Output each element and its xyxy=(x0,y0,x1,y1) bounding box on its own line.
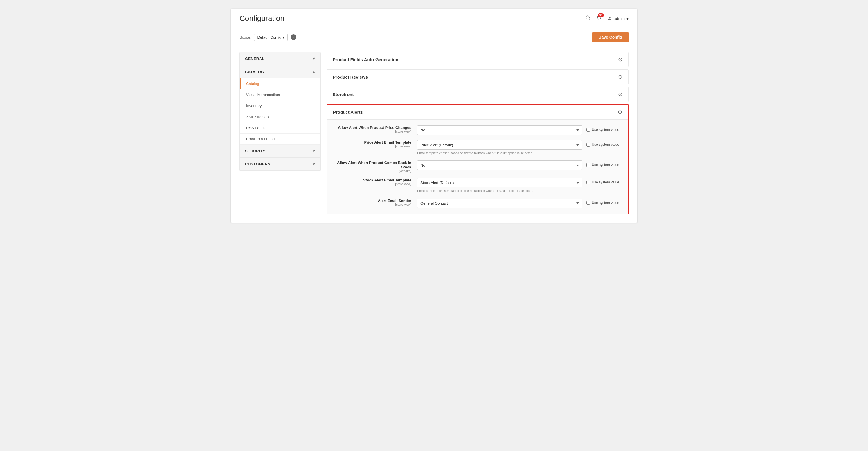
sidebar-section-security-label: SECURITY xyxy=(245,149,265,153)
section-product-alerts-header[interactable]: Product Alerts ⊙ xyxy=(327,105,628,119)
section-product-reviews: Product Reviews ⊙ xyxy=(327,69,628,85)
form-row-stock-template: Stock Alert Email Template [store view] … xyxy=(336,178,619,193)
select-wrapper-email-sender: General Contact xyxy=(417,198,582,208)
form-label-group-price-changes: Allow Alert When Product Price Changes [… xyxy=(336,125,411,133)
content-area: Product Fields Auto-Generation ⊙ Product… xyxy=(327,52,628,217)
save-config-button[interactable]: Save Config xyxy=(592,32,628,42)
notification-count: 30 xyxy=(598,13,604,17)
label-email-sender: Alert Email Sender xyxy=(336,198,411,203)
select-wrapper-back-in-stock: No Yes xyxy=(417,160,582,170)
section-product-fields-toggle-icon[interactable]: ⊙ xyxy=(618,56,622,63)
sidebar-section-customers-label: CUSTOMERS xyxy=(245,162,270,166)
select-stock-template[interactable]: Stock Alert (Default) xyxy=(417,178,582,188)
use-system-value-price-template[interactable]: Use system value xyxy=(586,142,619,147)
sidebar-item-catalog[interactable]: Catalog xyxy=(240,78,320,89)
scope-chevron-icon: ▾ xyxy=(282,35,284,39)
sidebar-catalog-chevron-icon: ∧ xyxy=(312,69,315,74)
scope-bar: Scope: Default Config ▾ ? Save Config xyxy=(231,28,637,46)
form-label-group-stock-template: Stock Alert Email Template [store view] xyxy=(336,178,411,186)
label-stock-template-sub: [store view] xyxy=(336,182,411,186)
checkbox-system-value-price-changes[interactable] xyxy=(586,128,590,132)
checkbox-system-value-back-in-stock[interactable] xyxy=(586,163,590,167)
admin-username: admin xyxy=(614,16,625,21)
section-storefront: Storefront ⊙ xyxy=(327,87,628,102)
section-storefront-title: Storefront xyxy=(333,92,354,97)
page-header: Configuration 30 admin ▾ xyxy=(231,9,637,28)
form-row-back-in-stock: Allow Alert When Product Comes Back in S… xyxy=(336,160,619,173)
sidebar-item-inventory[interactable]: Inventory xyxy=(240,100,320,111)
select-wrapper-price-template: Price Alert (Default) Email template cho… xyxy=(417,140,582,155)
sidebar-section-catalog-label: CATALOG xyxy=(245,70,264,74)
use-system-value-stock-template[interactable]: Use system value xyxy=(586,180,619,184)
control-group-stock-template: Stock Alert (Default) Email template cho… xyxy=(417,178,619,193)
section-product-reviews-title: Product Reviews xyxy=(333,74,368,79)
svg-point-0 xyxy=(586,16,589,19)
scope-label: Scope: xyxy=(240,35,251,39)
sidebar-item-visual-merchandiser[interactable]: Visual Merchandiser xyxy=(240,89,320,100)
control-group-price-changes: No Yes Use system value xyxy=(417,125,619,135)
section-storefront-toggle-icon[interactable]: ⊙ xyxy=(618,91,622,98)
label-price-changes-sub: [store view] xyxy=(336,130,411,133)
sidebar-section-catalog[interactable]: CATALOG ∧ xyxy=(240,65,320,78)
search-icon[interactable] xyxy=(585,15,590,22)
form-label-group-email-sender: Alert Email Sender [store view] xyxy=(336,198,411,206)
section-product-fields: Product Fields Auto-Generation ⊙ xyxy=(327,52,628,67)
sidebar-item-xml-sitemap[interactable]: XML Sitemap xyxy=(240,111,320,123)
sidebar-customers-chevron-icon: ∨ xyxy=(312,162,315,166)
checkbox-system-value-email-sender[interactable] xyxy=(586,201,590,204)
hint-stock-template: Email template chosen based on theme fal… xyxy=(417,189,582,193)
form-row-price-changes: Allow Alert When Product Price Changes [… xyxy=(336,125,619,135)
sidebar: GENERAL ∨ CATALOG ∧ Catalog Visual Merch… xyxy=(240,52,321,171)
form-row-price-template: Price Alert Email Template [store view] … xyxy=(336,140,619,155)
sidebar-item-email-to-friend[interactable]: Email to a Friend xyxy=(240,133,320,144)
select-price-changes[interactable]: No Yes xyxy=(417,125,582,135)
svg-point-1 xyxy=(609,17,610,18)
section-product-fields-title: Product Fields Auto-Generation xyxy=(333,57,398,62)
label-back-in-stock-sub: [website] xyxy=(336,169,411,173)
label-stock-template: Stock Alert Email Template xyxy=(336,178,411,182)
sidebar-section-customers[interactable]: CUSTOMERS ∨ xyxy=(240,158,320,171)
help-icon[interactable]: ? xyxy=(290,34,297,40)
section-storefront-header[interactable]: Storefront ⊙ xyxy=(327,87,628,102)
use-system-value-back-in-stock[interactable]: Use system value xyxy=(586,163,619,167)
form-label-group-price-template: Price Alert Email Template [store view] xyxy=(336,140,411,148)
checkbox-system-value-stock-template[interactable] xyxy=(586,181,590,184)
label-back-in-stock: Allow Alert When Product Comes Back in S… xyxy=(336,160,411,169)
sidebar-section-security[interactable]: SECURITY ∨ xyxy=(240,144,320,158)
hint-price-template: Email template chosen based on theme fal… xyxy=(417,151,582,155)
section-product-fields-header[interactable]: Product Fields Auto-Generation ⊙ xyxy=(327,52,628,67)
select-email-sender[interactable]: General Contact xyxy=(417,198,582,208)
form-label-group-back-in-stock: Allow Alert When Product Comes Back in S… xyxy=(336,160,411,173)
scope-left: Scope: Default Config ▾ ? xyxy=(240,34,297,41)
form-row-email-sender: Alert Email Sender [store view] General … xyxy=(336,198,619,208)
scope-dropdown[interactable]: Default Config ▾ xyxy=(254,34,287,41)
section-product-alerts-toggle-icon[interactable]: ⊙ xyxy=(618,109,622,115)
sidebar-section-general[interactable]: GENERAL ∨ xyxy=(240,52,320,65)
scope-value: Default Config xyxy=(257,35,281,39)
section-product-reviews-header[interactable]: Product Reviews ⊙ xyxy=(327,70,628,84)
header-actions: 30 admin ▾ xyxy=(585,15,628,22)
control-group-back-in-stock: No Yes Use system value xyxy=(417,160,619,170)
label-price-changes: Allow Alert When Product Price Changes xyxy=(336,125,411,130)
sidebar-item-rss-feeds[interactable]: RSS Feeds xyxy=(240,123,320,133)
select-wrapper-price-changes: No Yes xyxy=(417,125,582,135)
section-product-alerts-body: Allow Alert When Product Price Changes [… xyxy=(327,119,628,214)
section-product-alerts-title: Product Alerts xyxy=(333,110,363,115)
admin-user-menu[interactable]: admin ▾ xyxy=(607,16,628,21)
notification-bell[interactable]: 30 xyxy=(596,15,601,22)
select-wrapper-stock-template: Stock Alert (Default) Email template cho… xyxy=(417,178,582,193)
control-group-email-sender: General Contact Use system value xyxy=(417,198,619,208)
section-product-reviews-toggle-icon[interactable]: ⊙ xyxy=(618,74,622,80)
label-price-template: Price Alert Email Template xyxy=(336,140,411,144)
sidebar-catalog-items: Catalog Visual Merchandiser Inventory XM… xyxy=(240,78,320,144)
admin-chevron-icon: ▾ xyxy=(626,16,628,21)
use-system-value-price-changes[interactable]: Use system value xyxy=(586,128,619,132)
select-price-template[interactable]: Price Alert (Default) xyxy=(417,140,582,150)
select-back-in-stock[interactable]: No Yes xyxy=(417,160,582,170)
control-group-price-template: Price Alert (Default) Email template cho… xyxy=(417,140,619,155)
use-system-value-email-sender[interactable]: Use system value xyxy=(586,201,619,205)
checkbox-system-value-price-template[interactable] xyxy=(586,143,590,147)
sidebar-general-chevron-icon: ∨ xyxy=(312,56,315,61)
label-price-template-sub: [store view] xyxy=(336,144,411,148)
sidebar-security-chevron-icon: ∨ xyxy=(312,149,315,153)
